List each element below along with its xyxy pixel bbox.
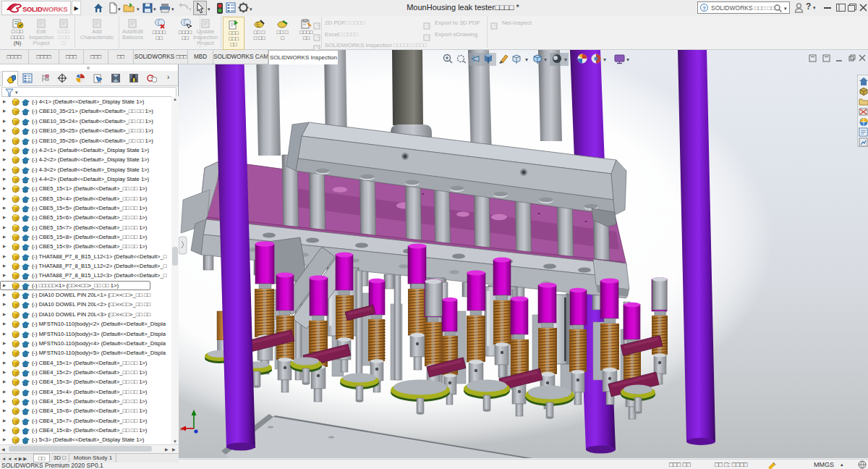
svg-text:▾: ▾ <box>603 56 606 63</box>
svg-text:▾: ▾ <box>525 56 528 63</box>
svg-text:▾: ▾ <box>544 56 547 63</box>
svg-text:▾: ▾ <box>564 56 567 63</box>
svg-text:▾: ▾ <box>626 56 629 63</box>
svg-text:x: x <box>180 426 183 432</box>
svg-text:SOLID: SOLID <box>22 6 43 13</box>
svg-text:WORKS: WORKS <box>43 6 68 13</box>
